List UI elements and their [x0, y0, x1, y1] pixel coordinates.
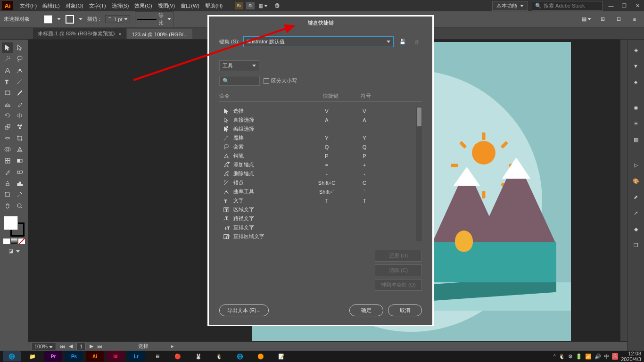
shortcut-search[interactable]: 🔍 — [219, 76, 260, 86]
task-notes[interactable]: 📝 — [272, 351, 290, 362]
task-photoshop[interactable]: Ps — [65, 351, 83, 362]
curvature-tool[interactable] — [14, 65, 25, 75]
links-panel-icon[interactable]: ↗ — [630, 207, 642, 219]
nav-next-icon[interactable]: ▶ — [90, 343, 93, 349]
puppet-tool[interactable] — [14, 122, 25, 132]
task-app1[interactable]: 🖥 — [148, 351, 166, 362]
shaper-tool[interactable] — [2, 99, 13, 109]
stroke-profile[interactable]: 等比 — [135, 11, 173, 27]
tab-doc-1[interactable]: 未标题-1 @ 83% (RGB/像素预览)× — [33, 28, 126, 39]
stroke-color[interactable] — [66, 15, 74, 24]
artboard-number[interactable]: 1 — [76, 343, 86, 350]
category-dropdown[interactable]: 工具 — [219, 60, 259, 71]
taskbar-clock[interactable]: 12:08 2020/4/3 — [621, 351, 641, 362]
clubs-panel-icon[interactable]: ♣ — [630, 76, 642, 88]
shortcut-row[interactable]: ↓T直排文字 — [219, 223, 422, 232]
gpu-icon[interactable] — [272, 0, 283, 11]
shortcut-row[interactable]: 魔棒YY — [219, 133, 422, 142]
menu-select[interactable]: 选择(S) — [109, 1, 132, 10]
shortcut-row[interactable]: 锚点Shift+CC — [219, 178, 422, 187]
shortcut-row[interactable]: 选择VV — [219, 107, 422, 115]
task-app4[interactable]: 🟠 — [252, 351, 270, 362]
nav-last-icon[interactable]: ⏭ — [97, 344, 102, 349]
shape-builder-tool[interactable] — [2, 144, 13, 155]
menu-view[interactable]: 视图(V) — [155, 1, 178, 10]
minimize-button[interactable]: — — [606, 2, 616, 9]
tray-app-icon[interactable]: ⚙ — [568, 354, 573, 360]
close-icon[interactable]: × — [118, 31, 121, 37]
shortcut-row[interactable]: 套索QQ — [219, 142, 422, 151]
color-panel-icon[interactable]: ☀ — [630, 118, 642, 129]
shortcut-set-dropdown[interactable]: Illustrator 默认值 — [243, 36, 394, 47]
ok-button[interactable]: 确定 — [349, 304, 383, 316]
fill-swatch[interactable] — [4, 216, 18, 230]
screen-mode-icon[interactable]: ◪ — [8, 248, 13, 254]
isolate-icon[interactable]: ⊡ — [613, 14, 624, 25]
tray-expand-icon[interactable]: ^ — [553, 354, 556, 359]
save-set-icon[interactable]: 💾 — [397, 37, 408, 47]
task-illustrator[interactable]: Ai — [86, 351, 104, 362]
scale-tool[interactable] — [2, 122, 13, 132]
slice-tool[interactable] — [14, 189, 25, 200]
shortcut-row[interactable]: 直接选择AA — [219, 115, 422, 124]
fill-color[interactable] — [44, 15, 52, 24]
fill-mode-gradient[interactable] — [11, 239, 17, 244]
tray-battery-icon[interactable]: 🔋 — [576, 354, 582, 360]
fill-mode-color[interactable] — [3, 239, 10, 244]
stock-icon[interactable]: St — [246, 2, 255, 9]
pen-tool[interactable] — [2, 65, 13, 75]
shortcut-row[interactable]: ↓T直排区域文字 — [219, 232, 422, 241]
menu-effect[interactable]: 效果(C) — [132, 1, 155, 10]
list-scrollbar[interactable] — [416, 107, 422, 241]
prefs-icon[interactable]: ≡ — [629, 14, 640, 25]
task-chrome[interactable]: 🌐 — [231, 351, 249, 362]
task-app2[interactable]: 🔴 — [169, 351, 187, 362]
zoom-tool[interactable] — [14, 201, 25, 211]
color-swap[interactable] — [4, 216, 25, 237]
selection-tool[interactable] — [2, 42, 13, 53]
direct-selection-tool[interactable] — [14, 42, 25, 53]
tray-sogou-icon[interactable]: S — [612, 353, 618, 360]
artboards-panel-icon[interactable]: ⬈ — [630, 191, 642, 203]
task-indesign[interactable]: Id — [107, 351, 124, 362]
shortcuts-list[interactable]: 选择VV直接选择AA编组选择魔棒YY套索QQ钢笔PP+添加锚点=+-删除锚点--… — [219, 107, 422, 241]
blend-tool[interactable] — [14, 167, 25, 177]
tab-doc-2[interactable]: 123.ai @ 100% (RGB/... — [127, 29, 192, 39]
task-premiere[interactable]: Pr — [44, 351, 62, 362]
workspace-dropdown[interactable]: 基本功能 — [492, 1, 528, 11]
eraser-tool[interactable] — [14, 99, 25, 109]
perspective-tool[interactable] — [14, 144, 25, 155]
tray-qq-icon[interactable]: 🐧 — [559, 354, 565, 360]
transform-icon[interactable]: ⊞ — [597, 14, 608, 25]
arrange-icon[interactable]: ▦ — [257, 0, 269, 11]
delete-set-icon[interactable]: 🗑 — [412, 37, 422, 47]
shortcut-row[interactable]: 曲率工具Shift+`` — [219, 187, 422, 196]
stroke-panel-icon[interactable]: ◆ — [630, 223, 642, 235]
tray-wifi-icon[interactable]: 📶 — [585, 354, 592, 360]
paintbrush-tool[interactable] — [14, 88, 25, 98]
graph-tool[interactable] — [14, 178, 25, 189]
nav-first-icon[interactable]: ⏮ — [60, 344, 65, 349]
shortcut-row[interactable]: +添加锚点=+ — [219, 160, 422, 169]
transparency-panel-icon[interactable]: ❐ — [630, 239, 642, 251]
cc-panel-icon[interactable]: ◉ — [630, 102, 642, 113]
fill-mode-none[interactable] — [18, 239, 25, 244]
width-tool[interactable] — [2, 133, 13, 143]
zoom-dropdown[interactable]: 100% — [31, 343, 56, 350]
rectangle-tool[interactable] — [2, 88, 13, 98]
cancel-button[interactable]: 取消 — [388, 304, 422, 316]
type-tool[interactable]: T — [2, 76, 13, 87]
tray-ime[interactable]: 中 — [604, 353, 609, 360]
gradient-tool[interactable] — [14, 156, 25, 166]
stroke-weight[interactable]: ⌃1 pt — [105, 15, 130, 23]
task-explorer[interactable]: 📁 — [24, 351, 41, 362]
stock-search[interactable]: 🔍搜索 Adobe Stock — [532, 1, 603, 11]
shortcut-row[interactable]: T区域文字 — [219, 205, 422, 214]
layers-panel-icon[interactable]: ▷ — [630, 159, 642, 171]
restore-button[interactable]: ❐ — [619, 2, 629, 9]
tray-volume-icon[interactable]: 🔊 — [594, 354, 601, 360]
hand-tool[interactable] — [2, 201, 13, 211]
menu-edit[interactable]: 编辑(E) — [40, 1, 63, 10]
status-expand-icon[interactable]: ▸ — [171, 343, 174, 349]
task-lightroom[interactable]: Lr — [127, 351, 145, 362]
